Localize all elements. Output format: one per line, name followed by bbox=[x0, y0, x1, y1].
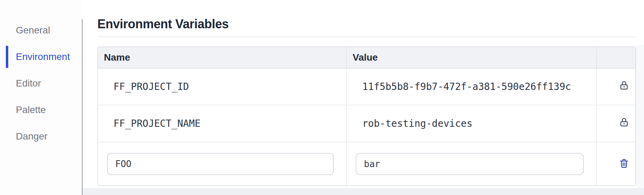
sidebar-item-general[interactable]: General bbox=[6, 19, 82, 41]
env-var-lock-cell bbox=[597, 105, 635, 142]
lock-icon bbox=[619, 80, 629, 93]
column-header-value: Value bbox=[347, 47, 597, 68]
lock-icon bbox=[619, 117, 629, 130]
sidebar-item-label: Danger bbox=[16, 131, 47, 142]
right-background-gutter bbox=[636, 45, 644, 188]
env-var-name-input[interactable] bbox=[107, 153, 334, 175]
trash-icon bbox=[619, 157, 630, 170]
sidebar-item-label: General bbox=[16, 25, 50, 36]
sidebar-content-divider bbox=[82, 19, 83, 195]
sidebar-item-danger[interactable]: Danger bbox=[6, 125, 82, 147]
environment-settings-panel: Environment Variables Name Value FF_PROJ… bbox=[97, 0, 636, 186]
delete-row-button[interactable] bbox=[617, 156, 631, 172]
env-var-value-input[interactable] bbox=[356, 153, 584, 175]
table-row-editable bbox=[98, 142, 635, 185]
sidebar-item-environment[interactable]: Environment bbox=[6, 46, 82, 68]
table-row: FF_PROJECT_ID 11f5b5b8-f9b7-472f-a381-59… bbox=[98, 69, 635, 105]
sidebar-item-label: Editor bbox=[16, 78, 41, 89]
column-header-actions bbox=[597, 47, 635, 68]
sidebar-item-palette[interactable]: Palette bbox=[6, 99, 82, 121]
sidebar-item-label: Environment bbox=[16, 51, 70, 62]
env-var-value: 11f5b5b8-f9b7-472f-a381-590e26ff139c bbox=[347, 69, 597, 105]
env-var-value: rob-testing-devices bbox=[347, 105, 597, 142]
env-var-lock-cell bbox=[597, 69, 635, 105]
sidebar-item-label: Palette bbox=[16, 104, 46, 115]
environment-variables-table: Name Value FF_PROJECT_ID 11f5b5b8-f9b7-4… bbox=[97, 47, 636, 186]
table-row: FF_PROJECT_NAME rob-testing-devices bbox=[98, 105, 635, 142]
env-var-delete-cell bbox=[597, 142, 635, 185]
env-var-value-cell bbox=[347, 142, 597, 185]
env-var-name-cell bbox=[98, 142, 347, 185]
env-var-name: FF_PROJECT_ID bbox=[98, 69, 347, 105]
bottom-background-strip bbox=[0, 188, 644, 195]
env-var-name: FF_PROJECT_NAME bbox=[98, 105, 347, 142]
table-header-row: Name Value bbox=[98, 47, 635, 69]
column-header-name: Name bbox=[98, 47, 347, 68]
settings-nav: General Environment Editor Palette Dange… bbox=[0, 0, 82, 147]
section-header: Environment Variables bbox=[97, 0, 636, 37]
settings-sidebar: General Environment Editor Palette Dange… bbox=[0, 0, 82, 195]
page-title: Environment Variables bbox=[97, 17, 636, 31]
sidebar-item-editor[interactable]: Editor bbox=[6, 72, 82, 94]
